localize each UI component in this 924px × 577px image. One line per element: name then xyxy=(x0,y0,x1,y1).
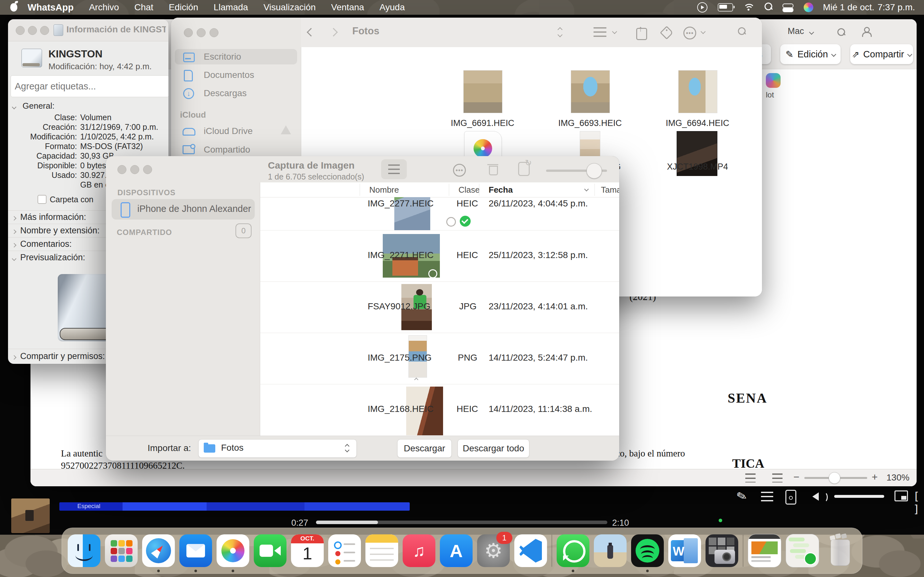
dock-word-icon[interactable]: W xyxy=(668,534,701,567)
spotlight-icon[interactable] xyxy=(764,3,772,10)
battery-icon[interactable] xyxy=(718,3,733,11)
close-button[interactable] xyxy=(16,26,25,35)
file-label[interactable]: IMG_6700.HEIC xyxy=(760,118,762,128)
photo-row[interactable]: IMG_2277.HEIC HEIC 26/11/2023, 4:04:45 p… xyxy=(260,197,619,230)
zoom-percentage[interactable]: 130% xyxy=(887,472,909,483)
markup-pencil-icon[interactable]: ✎ xyxy=(735,488,748,504)
print-layout-icon[interactable] xyxy=(772,474,782,482)
dock-music-icon[interactable]: ♫ xyxy=(403,534,435,567)
menu-ventana[interactable]: Ventana xyxy=(323,2,372,13)
close-button[interactable] xyxy=(184,28,193,37)
section-mas-informacion[interactable]: Más información: xyxy=(13,212,86,222)
tag-icon[interactable] xyxy=(660,26,674,39)
sidebar-item-escritorio[interactable]: Escritorio xyxy=(175,49,297,64)
shared-folder-checkbox[interactable] xyxy=(37,195,47,204)
menu-time[interactable]: 7:37 p.m. xyxy=(877,2,915,13)
edit-mode-button[interactable]: ✎ Edición xyxy=(780,44,841,64)
view-down-chevron-icon[interactable] xyxy=(557,32,563,37)
copilot-icon[interactable] xyxy=(766,73,780,88)
more-options-icon[interactable]: ••• xyxy=(683,27,696,39)
tags-input[interactable] xyxy=(11,75,168,97)
zoom-slider-thumb[interactable] xyxy=(829,472,840,484)
screen-record-icon[interactable] xyxy=(697,2,708,13)
group-chevron-icon[interactable] xyxy=(612,29,617,34)
menu-app-name[interactable]: WhatsApp xyxy=(20,2,81,13)
group-view-icon[interactable] xyxy=(594,27,606,37)
dock-spotify-icon[interactable] xyxy=(631,534,664,567)
pip-icon[interactable] xyxy=(895,490,908,501)
zoom-button[interactable] xyxy=(143,165,152,174)
dock-calendar-icon[interactable]: OCT. 1 xyxy=(291,534,324,567)
more-chevron-icon[interactable] xyxy=(701,29,706,34)
dock-mail-icon[interactable] xyxy=(179,534,212,567)
dock-reminders-icon[interactable] xyxy=(328,534,361,567)
menu-edicion[interactable]: Edición xyxy=(161,2,206,13)
download-all-button[interactable]: Descargar todo xyxy=(457,439,529,458)
video-thumbnail[interactable] xyxy=(11,498,50,533)
download-button[interactable]: Descargar xyxy=(397,439,452,458)
dock-settings-icon[interactable]: ⚙ 1 xyxy=(477,534,510,567)
file-label[interactable]: IMG_6694.HEIC xyxy=(653,118,742,128)
sidebar-item-descargas[interactable]: ↓ Descargas xyxy=(175,85,297,101)
minimize-button[interactable] xyxy=(28,26,37,35)
file-label[interactable]: IMG_6691.HEIC xyxy=(438,118,527,128)
dock-facetime-icon[interactable] xyxy=(254,534,286,567)
zoom-button[interactable] xyxy=(40,26,49,35)
sidebar-item-compartido[interactable]: Compartido xyxy=(175,142,297,157)
thumbnail-size-slider-thumb[interactable] xyxy=(586,163,602,179)
dock-finder-icon[interactable] xyxy=(68,534,100,567)
minimize-button[interactable] xyxy=(130,165,139,174)
list-view-button[interactable] xyxy=(381,159,407,179)
zoom-out-icon[interactable]: − xyxy=(793,471,800,483)
volume-icon[interactable] xyxy=(813,492,819,501)
back-icon[interactable] xyxy=(307,28,315,37)
section-comentarios[interactable]: Comentarios: xyxy=(13,239,72,249)
menu-date[interactable]: Mié 1 de oct. xyxy=(823,2,874,13)
menu-archivo[interactable]: Archivo xyxy=(81,2,126,13)
file-label[interactable]: XJCT1998.MP4 xyxy=(653,162,742,172)
word-doc-location[interactable]: Mac xyxy=(788,26,813,36)
timeline-progress[interactable] xyxy=(316,521,378,524)
word-search-icon[interactable] xyxy=(837,28,845,36)
file-label[interactable]: VESD3844.MP4 xyxy=(760,162,762,172)
view-up-chevron-icon[interactable] xyxy=(557,27,563,32)
photo-row[interactable]: IMG_2271.HEIC HEIC 25/11/2023, 3:12:58 p… xyxy=(260,230,619,282)
zoom-button[interactable] xyxy=(210,28,218,37)
dock-minimized-chat-window[interactable] xyxy=(786,534,819,567)
section-previsualizacion[interactable]: Previsualización: xyxy=(13,253,86,263)
photo-row[interactable]: IMG_2168.HEIC HEIC 14/11/2023, 11:14:38 … xyxy=(260,384,619,435)
device-row-iphone[interactable]: iPhone de Jhonn Alexander xyxy=(111,199,255,219)
column-clase[interactable]: Clase xyxy=(459,185,480,195)
file-thumbnail[interactable] xyxy=(678,70,717,113)
file-label[interactable]: IMG_6693.HEIC xyxy=(545,118,635,128)
menu-chat[interactable]: Chat xyxy=(127,2,161,13)
file-thumbnail[interactable] xyxy=(571,70,610,113)
grid-view-icon[interactable] xyxy=(417,164,427,175)
dock-notes-icon[interactable] xyxy=(365,534,398,567)
control-center-icon[interactable] xyxy=(782,3,793,11)
trash-icon[interactable] xyxy=(488,163,497,174)
share-icon[interactable] xyxy=(636,28,647,40)
outline-view-icon[interactable] xyxy=(745,474,756,482)
dock-appstore-icon[interactable]: A xyxy=(440,534,473,567)
menu-ayuda[interactable]: Ayuda xyxy=(372,2,413,13)
audio-device-icon[interactable] xyxy=(785,490,796,504)
word-comments-icon[interactable] xyxy=(861,27,871,37)
menu-visualizacion[interactable]: Visualización xyxy=(256,2,323,13)
siri-icon[interactable] xyxy=(804,3,813,12)
share-button[interactable]: ⇗ Compartir xyxy=(850,44,913,64)
wifi-icon[interactable] xyxy=(743,3,754,11)
dock-trash-icon[interactable] xyxy=(824,534,856,567)
dock-image-capture-icon[interactable] xyxy=(706,534,738,567)
minimize-button[interactable] xyxy=(197,28,206,37)
dock-whatsapp-icon[interactable] xyxy=(557,534,590,567)
sidebar-item-icloud-drive[interactable]: iCloud Drive xyxy=(175,123,297,139)
close-button[interactable] xyxy=(118,165,126,174)
section-compartir-permisos[interactable]: Compartir y permisos: xyxy=(13,351,105,361)
playlist-icon[interactable] xyxy=(761,492,773,502)
dock-preview-icon[interactable] xyxy=(594,534,627,567)
file-thumbnail[interactable] xyxy=(463,70,502,113)
dock-vscode-icon[interactable] xyxy=(514,534,547,567)
dock-minimized-browser-window[interactable] xyxy=(748,534,781,567)
column-tamano[interactable]: Tamaño xyxy=(601,185,619,195)
